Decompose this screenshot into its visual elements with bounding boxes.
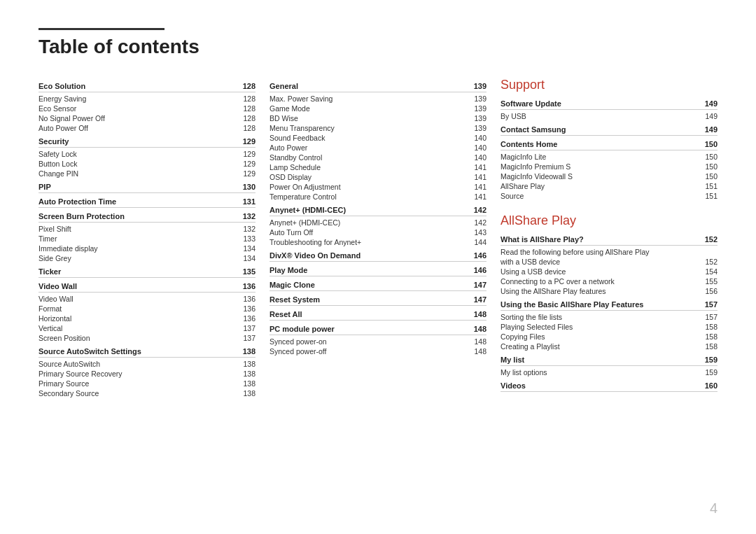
section-page: 148	[474, 325, 486, 333]
item-label: Eco Sensor	[38, 104, 76, 113]
title-bar	[38, 28, 164, 30]
section-page: 150	[705, 140, 718, 148]
item-label: Button Lock	[38, 160, 77, 168]
toc-section-header: What is AllShare Play?152	[500, 235, 718, 246]
toc-section: My list159My list options159	[500, 356, 718, 377]
section-page: 131	[243, 197, 255, 206]
section-page: 136	[243, 282, 255, 290]
item-page: 128	[243, 94, 255, 103]
item-page: 140	[474, 143, 486, 152]
item-label: OSD Display	[270, 173, 312, 181]
toc-section: Magic Clone147	[270, 281, 486, 291]
item-label: Connecting to a PC over a network	[500, 277, 615, 286]
item-label: Vertical	[38, 324, 62, 332]
item-label: Synced power-off	[270, 347, 327, 356]
toc-section: Ticker135	[38, 267, 255, 278]
section-page: 149	[705, 125, 718, 134]
list-item: Creating a Playlist158	[500, 342, 718, 351]
item-label: Standby Control	[270, 153, 322, 162]
item-page: 139	[474, 104, 486, 113]
list-item: Video Wall136	[38, 294, 255, 304]
section-label: Video Wall	[38, 282, 77, 290]
list-item: Auto Power140	[270, 143, 486, 153]
item-page: 150	[705, 162, 718, 171]
section-page: 139	[474, 82, 486, 90]
list-item: Sound Feedback140	[270, 133, 486, 143]
toc-section-header: Anynet+ (HDMI-CEC)142	[270, 206, 486, 216]
list-item: AllShare Play151	[500, 181, 718, 191]
toc-section-header: Contents Home150	[500, 140, 718, 150]
list-item: MagicInfo Premium S150	[500, 162, 718, 171]
list-item: Button Lock129	[38, 159, 255, 169]
item-page: 134	[243, 254, 255, 262]
item-page: 158	[705, 332, 718, 341]
item-page: 155	[705, 277, 718, 286]
section-label: Eco Solution	[38, 82, 85, 90]
columns-wrapper: Eco Solution128Energy Saving128Eco Senso…	[38, 78, 718, 401]
item-label: Video Wall	[38, 295, 74, 303]
section-label: My list	[500, 356, 524, 364]
list-item: Horizontal136	[38, 314, 255, 323]
support-heading: Support	[500, 78, 718, 92]
item-label: Anynet+ (HDMI-CEC)	[270, 218, 340, 227]
section-label: Source AutoSwitch Settings	[38, 347, 141, 356]
section-page: 129	[243, 137, 255, 146]
list-item: Format136	[38, 304, 255, 314]
toc-section: Software Update149By USB149	[500, 99, 718, 121]
item-label: Temperature Control	[270, 192, 337, 201]
section-page: 138	[243, 347, 255, 356]
section-page: 135	[243, 267, 255, 276]
item-page: 139	[474, 124, 486, 132]
item-label: MagicInfo Lite	[500, 153, 546, 161]
toc-section: Contents Home150MagicInfo Lite150MagicIn…	[500, 140, 718, 201]
item-label: No Signal Power Off	[38, 114, 105, 122]
item-page: 150	[705, 153, 718, 161]
item-page: 140	[474, 153, 486, 162]
toc-section-header: Source AutoSwitch Settings138	[38, 347, 255, 358]
item-page: 136	[243, 304, 255, 313]
section-page: 149	[705, 99, 718, 108]
list-item: Immediate display134	[38, 244, 255, 253]
item-label: Horizontal	[38, 314, 71, 323]
item-page: 139	[474, 94, 486, 103]
section-page: 148	[474, 310, 486, 318]
list-item: Energy Saving128	[38, 94, 255, 104]
list-item: OSD Display141	[270, 172, 486, 182]
list-item: Auto Power Off128	[38, 123, 255, 133]
toc-section: What is AllShare Play?152Read the follow…	[500, 235, 718, 296]
section-label: What is AllShare Play?	[500, 235, 584, 244]
list-item: Eco Sensor128	[38, 104, 255, 113]
item-label: Sound Feedback	[270, 134, 325, 142]
item-page: 138	[243, 370, 255, 378]
section-page: 128	[243, 82, 255, 90]
column-2: General139Max. Power Saving139Game Mode1…	[270, 78, 500, 401]
item-page: 141	[474, 192, 486, 201]
section-page: 146	[474, 251, 486, 260]
section-page: 160	[705, 381, 718, 390]
section-page: 147	[474, 295, 486, 304]
section-label: Auto Protection Time	[38, 197, 116, 206]
list-item: Timer133	[38, 234, 255, 244]
toc-section: Contact Samsung149	[500, 125, 718, 136]
item-page: 137	[243, 334, 255, 342]
column-1: Eco Solution128Energy Saving128Eco Senso…	[38, 78, 270, 401]
list-item: with a USB device152	[500, 257, 718, 267]
toc-section-header: Videos160	[500, 381, 718, 392]
list-item: No Signal Power Off128	[38, 113, 255, 123]
toc-section: General139Max. Power Saving139Game Mode1…	[270, 82, 486, 202]
item-label: Auto Power	[270, 143, 307, 152]
toc-section: Eco Solution128Energy Saving128Eco Senso…	[38, 82, 255, 133]
list-item: Playing Selected Files158	[500, 322, 718, 332]
section-page: 130	[243, 183, 255, 191]
item-label: Screen Position	[38, 334, 90, 342]
section-page: 159	[705, 356, 718, 364]
list-item: By USB149	[500, 111, 718, 121]
item-page: 138	[243, 360, 255, 368]
item-page: 136	[243, 295, 255, 303]
list-item: Game Mode139	[270, 104, 486, 113]
item-page: 148	[474, 337, 486, 346]
item-label: Max. Power Saving	[270, 94, 332, 103]
list-item: Read the following before using AllShare…	[500, 247, 718, 257]
item-page: 139	[474, 114, 486, 122]
toc-section: Source AutoSwitch Settings138Source Auto…	[38, 347, 255, 398]
